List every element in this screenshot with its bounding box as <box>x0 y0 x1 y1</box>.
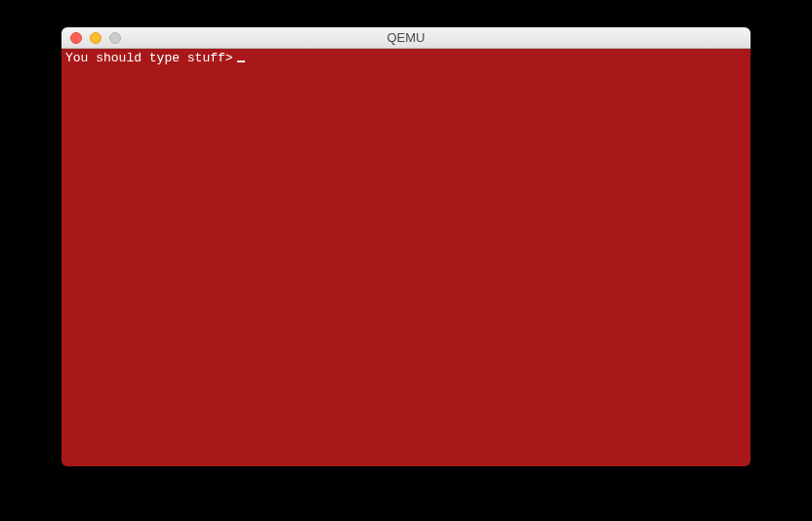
window-title: QEMU <box>61 30 751 45</box>
terminal-area[interactable]: You should type stuff> <box>61 49 751 466</box>
prompt-text: You should type stuff> <box>65 51 233 65</box>
titlebar[interactable]: QEMU <box>61 27 751 49</box>
qemu-window: QEMU You should type stuff> <box>61 27 751 466</box>
close-icon[interactable] <box>70 32 82 44</box>
cursor-icon <box>237 60 245 62</box>
maximize-icon[interactable] <box>109 32 121 44</box>
traffic-lights <box>61 32 121 44</box>
minimize-icon[interactable] <box>90 32 102 44</box>
